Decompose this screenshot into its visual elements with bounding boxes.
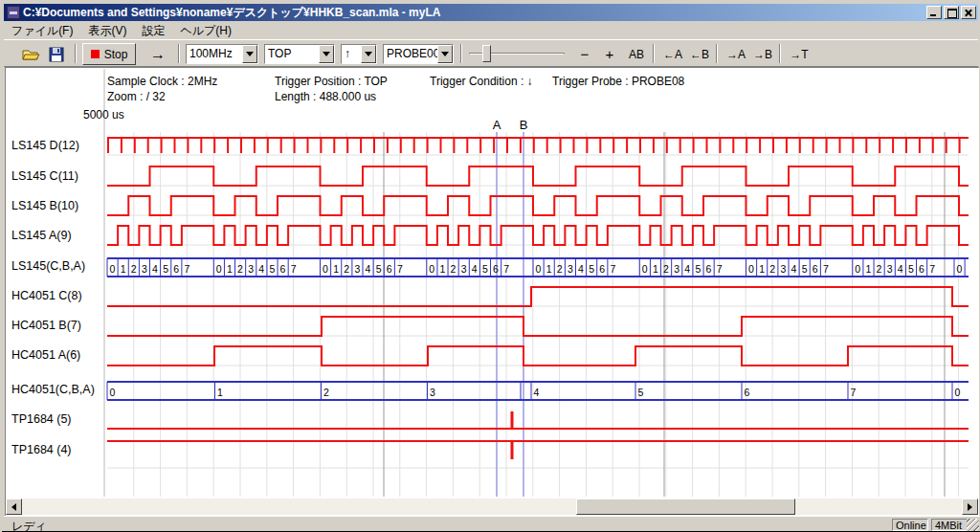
zoom-info: Zoom : / 32 <box>107 90 166 103</box>
waveform-area[interactable] <box>5 67 979 516</box>
toolbar-separator <box>716 44 718 63</box>
signal-label: LS145(C,B,A) <box>11 259 85 273</box>
title-bar[interactable]: C:¥Documents and Settings¥noname¥デスクトップ¥… <box>4 4 978 21</box>
open-file-button[interactable] <box>19 43 44 65</box>
app-window: C:¥Documents and Settings¥noname¥デスクトップ¥… <box>0 0 980 532</box>
chevron-down-icon <box>246 52 254 60</box>
scroll-right-button[interactable] <box>962 499 978 515</box>
status-memory: 4MBit <box>931 519 971 531</box>
trigger-condition-info: Trigger Condition : ↓ <box>430 75 533 88</box>
chevron-down-icon <box>441 52 449 60</box>
length-info: Length : 488.000 us <box>275 90 376 103</box>
toolbar-separator <box>779 44 781 63</box>
trigger-position-info: Trigger Position : TOP <box>275 75 388 88</box>
trigger-edge-combo[interactable]: ↑ <box>341 44 377 64</box>
toolbar: Stop → 100MHz TOP ↑ PROBE00 − + AB ←A ←B <box>4 39 978 67</box>
goto-next-a-button[interactable]: →A <box>724 43 748 65</box>
sample-clock-combo[interactable]: 100MHz <box>186 44 258 64</box>
goto-next-b-button[interactable]: →B <box>750 43 775 65</box>
signal-label: TP1684 (4) <box>11 443 72 456</box>
toolbar-separator <box>75 44 77 63</box>
menu-bar: ファイル(F) 表示(V) 設定 ヘルプ(H) <box>4 22 978 39</box>
signal-label: HC4051 C(8) <box>11 289 82 302</box>
goto-trigger-button[interactable]: →T <box>787 43 812 65</box>
chevron-down-icon <box>323 52 330 60</box>
menu-view[interactable]: 表示(V) <box>80 22 134 40</box>
left-arrow-icon <box>8 503 16 511</box>
close-button[interactable] <box>961 6 976 19</box>
resize-grip[interactable] <box>967 519 979 531</box>
zoom-in-button[interactable]: + <box>599 43 620 65</box>
run-button[interactable]: → <box>144 43 172 65</box>
scrollbar-thumb[interactable] <box>576 499 795 515</box>
signal-label: HC4051 A(6) <box>11 348 80 362</box>
trigger-probe-info: Trigger Probe : PROBE08 <box>552 75 684 88</box>
signal-label: TP1684 (5) <box>11 412 72 426</box>
horizontal-scrollbar[interactable] <box>6 499 978 515</box>
sample-clock-info: Sample Clock : 2MHz <box>107 75 217 88</box>
signal-label: LS145 C(11) <box>11 169 78 183</box>
zoom-slider-thumb[interactable] <box>482 45 491 62</box>
app-icon <box>7 6 20 19</box>
status-ready-text: レディ <box>11 519 47 532</box>
stop-icon <box>91 50 100 58</box>
maximize-button[interactable] <box>944 6 959 19</box>
scroll-left-button[interactable] <box>6 499 22 515</box>
toolbar-separator <box>460 44 462 63</box>
status-online: Online <box>892 519 928 531</box>
time-ruler-label: 5000 us <box>83 108 124 122</box>
right-arrow-icon <box>968 503 976 511</box>
open-folder-icon <box>22 47 41 62</box>
goto-prev-a-button[interactable]: ←A <box>660 43 685 65</box>
toolbar-separator <box>178 44 180 63</box>
toolbar-separator <box>653 44 655 63</box>
zoom-ab-button[interactable]: AB <box>624 43 649 65</box>
signal-label: LS145 D(12) <box>11 139 79 152</box>
stop-button[interactable]: Stop <box>82 43 136 65</box>
signal-label: HC4051(C,B,A) <box>11 383 95 396</box>
menu-settings[interactable]: 設定 <box>134 22 172 40</box>
zoom-out-button[interactable]: − <box>574 43 595 65</box>
signal-label: LS145 B(10) <box>11 199 78 212</box>
right-arrow-icon: → <box>150 46 166 63</box>
signal-label: LS145 A(9) <box>11 229 72 242</box>
window-title: C:¥Documents and Settings¥noname¥デスクトップ¥… <box>23 5 926 21</box>
trigger-position-combo[interactable]: TOP <box>264 44 335 64</box>
save-button[interactable] <box>44 43 69 65</box>
goto-prev-b-button[interactable]: ←B <box>687 43 712 65</box>
minimize-button[interactable] <box>926 6 942 19</box>
trigger-probe-combo[interactable]: PROBE00 <box>383 44 454 64</box>
status-bar: レディ Online 4MBit <box>4 516 980 531</box>
menu-help[interactable]: ヘルプ(H) <box>172 22 239 40</box>
signal-label: HC4051 B(7) <box>11 319 81 332</box>
chevron-down-icon <box>365 52 372 60</box>
menu-file[interactable]: ファイル(F) <box>4 22 80 40</box>
floppy-disk-icon <box>49 47 64 62</box>
